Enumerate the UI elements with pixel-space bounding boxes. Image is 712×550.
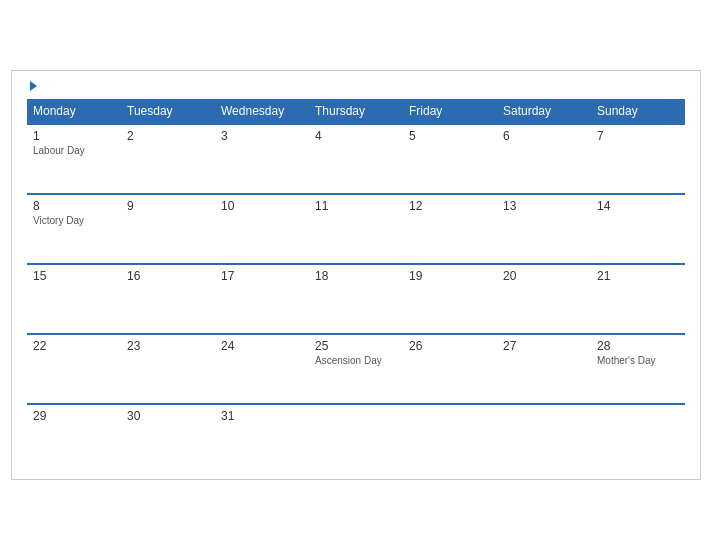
column-header-thursday: Thursday [309,99,403,124]
day-event: Labour Day [33,145,115,156]
day-number: 12 [409,199,491,213]
logo [27,81,37,91]
calendar-cell: 8Victory Day [27,194,121,264]
calendar-cell: 10 [215,194,309,264]
calendar-cell: 30 [121,404,215,464]
calendar-cell [403,404,497,464]
calendar-cell: 9 [121,194,215,264]
day-number: 20 [503,269,585,283]
day-number: 8 [33,199,115,213]
logo-triangle-icon [30,81,37,91]
day-number: 31 [221,409,303,423]
calendar-header [27,81,685,91]
day-number: 27 [503,339,585,353]
calendar-table: MondayTuesdayWednesdayThursdayFridaySatu… [27,99,685,464]
calendar-cell: 14 [591,194,685,264]
calendar-cell: 23 [121,334,215,404]
calendar-cell: 26 [403,334,497,404]
calendar-cell: 17 [215,264,309,334]
day-number: 9 [127,199,209,213]
calendar-header-row: MondayTuesdayWednesdayThursdayFridaySatu… [27,99,685,124]
day-number: 25 [315,339,397,353]
day-number: 13 [503,199,585,213]
day-event: Victory Day [33,215,115,226]
week-row-1: 1Labour Day234567 [27,124,685,194]
day-event: Mother's Day [597,355,679,366]
calendar-cell: 25Ascension Day [309,334,403,404]
calendar-cell: 6 [497,124,591,194]
calendar-cell [591,404,685,464]
day-number: 19 [409,269,491,283]
week-row-5: 293031 [27,404,685,464]
logo-blue-text [27,81,37,91]
day-number: 29 [33,409,115,423]
calendar-cell [309,404,403,464]
day-number: 5 [409,129,491,143]
day-number: 10 [221,199,303,213]
day-number: 24 [221,339,303,353]
calendar-cell: 16 [121,264,215,334]
calendar-container: MondayTuesdayWednesdayThursdayFridaySatu… [11,70,701,480]
calendar-cell: 24 [215,334,309,404]
calendar-cell: 4 [309,124,403,194]
day-number: 11 [315,199,397,213]
calendar-cell: 12 [403,194,497,264]
calendar-cell: 5 [403,124,497,194]
calendar-cell: 13 [497,194,591,264]
day-number: 23 [127,339,209,353]
week-row-2: 8Victory Day91011121314 [27,194,685,264]
day-number: 15 [33,269,115,283]
day-number: 21 [597,269,679,283]
day-event: Ascension Day [315,355,397,366]
column-header-monday: Monday [27,99,121,124]
column-header-saturday: Saturday [497,99,591,124]
calendar-cell: 31 [215,404,309,464]
calendar-cell: 15 [27,264,121,334]
column-header-friday: Friday [403,99,497,124]
calendar-cell: 20 [497,264,591,334]
day-number: 22 [33,339,115,353]
column-header-sunday: Sunday [591,99,685,124]
day-number: 2 [127,129,209,143]
day-number: 4 [315,129,397,143]
calendar-cell: 22 [27,334,121,404]
week-row-3: 15161718192021 [27,264,685,334]
calendar-cell: 7 [591,124,685,194]
day-number: 18 [315,269,397,283]
day-number: 28 [597,339,679,353]
day-number: 17 [221,269,303,283]
calendar-cell: 21 [591,264,685,334]
calendar-cell [497,404,591,464]
column-header-tuesday: Tuesday [121,99,215,124]
day-number: 1 [33,129,115,143]
day-number: 14 [597,199,679,213]
calendar-cell: 3 [215,124,309,194]
calendar-cell: 18 [309,264,403,334]
calendar-cell: 29 [27,404,121,464]
calendar-cell: 1Labour Day [27,124,121,194]
day-number: 30 [127,409,209,423]
calendar-cell: 11 [309,194,403,264]
calendar-cell: 27 [497,334,591,404]
day-number: 26 [409,339,491,353]
day-number: 6 [503,129,585,143]
calendar-cell: 2 [121,124,215,194]
day-number: 7 [597,129,679,143]
column-header-wednesday: Wednesday [215,99,309,124]
calendar-cell: 19 [403,264,497,334]
calendar-cell: 28Mother's Day [591,334,685,404]
week-row-4: 22232425Ascension Day262728Mother's Day [27,334,685,404]
day-number: 3 [221,129,303,143]
day-number: 16 [127,269,209,283]
